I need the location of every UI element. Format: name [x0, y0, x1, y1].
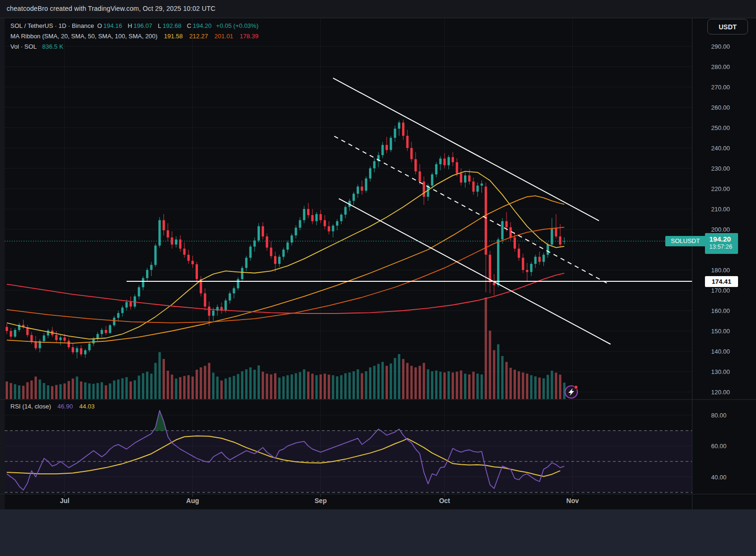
- month-tick-label-sep[interactable]: Sep: [315, 497, 327, 504]
- candle-body: [381, 145, 384, 156]
- volume-bar: [447, 371, 450, 399]
- currency-toggle-button[interactable]: USDT: [707, 19, 748, 35]
- volume-bar: [443, 373, 446, 399]
- last-price-axis-tag[interactable]: 194.20 13:57:26: [705, 233, 738, 254]
- candle-body: [43, 335, 45, 341]
- candle-body: [307, 209, 309, 215]
- volume-bar: [150, 374, 153, 399]
- volume-bar: [47, 385, 49, 399]
- volume-bar: [278, 378, 281, 399]
- price-tick-label: 270.00: [711, 84, 730, 91]
- volume-bar: [332, 375, 334, 399]
- volume-bar: [551, 371, 553, 399]
- candle-body: [431, 174, 433, 186]
- candle-body: [452, 157, 454, 162]
- volume-bar: [344, 373, 347, 399]
- level-axis-tag[interactable]: 174.41: [705, 276, 738, 287]
- candle-body: [390, 138, 392, 150]
- candle-body: [113, 318, 115, 325]
- volume-bar: [518, 371, 520, 399]
- open-value: 194.16: [103, 22, 122, 29]
- candle-body: [129, 302, 132, 306]
- candle-body: [414, 159, 417, 172]
- candle-body: [542, 255, 545, 262]
- close-value: 194.20: [193, 22, 212, 29]
- candle-body: [155, 245, 157, 265]
- candle-body: [460, 174, 462, 182]
- volume-bar: [233, 376, 235, 399]
- candle-body: [402, 122, 404, 136]
- last-price: 194.20: [709, 235, 738, 243]
- volume-bar: [196, 370, 198, 399]
- candle-body: [410, 148, 412, 159]
- volume-bar: [216, 376, 219, 399]
- volume-bar: [105, 385, 107, 399]
- rsi-tick-label: 40.00: [711, 474, 727, 481]
- volume-bar: [30, 381, 33, 399]
- rsi-tick-label: 80.00: [711, 412, 727, 419]
- price-tick-label: 170.00: [711, 287, 730, 294]
- ma-ribbon-label[interactable]: MA Ribbon (SMA, 20, SMA, 50, SMA, 100, S…: [10, 33, 157, 40]
- volume-bar: [121, 378, 124, 399]
- candle-body: [357, 187, 359, 194]
- month-tick-label-nov[interactable]: Nov: [567, 497, 579, 504]
- volume-bar: [43, 383, 45, 399]
- sma50-value: 212.27: [189, 33, 208, 40]
- rsi-legend-row[interactable]: RSI (14, close) 46.90 44.03: [10, 403, 96, 410]
- rsi-overbought-fill: [154, 410, 400, 431]
- volume-bar: [146, 372, 148, 399]
- candle-body: [117, 313, 120, 318]
- rsi-tick-label: 60.00: [711, 443, 727, 450]
- volume-bar: [167, 371, 169, 399]
- volume-value: 836.5 K: [42, 43, 63, 50]
- volume-bar: [72, 379, 74, 399]
- candle-body: [34, 341, 37, 348]
- month-tick-label-oct[interactable]: Oct: [439, 497, 450, 504]
- volume-bar: [365, 371, 367, 399]
- trendline-channel-upper: [333, 78, 599, 221]
- volume-bar: [402, 359, 404, 399]
- price-tick-label: 250.00: [711, 124, 730, 131]
- high-label: H: [128, 22, 132, 29]
- ma-ribbon-legend-row[interactable]: MA Ribbon (SMA, 20, SMA, 50, SMA, 100, S…: [10, 33, 260, 40]
- rsi-label[interactable]: RSI (14, close): [10, 403, 51, 410]
- candle-body: [286, 243, 289, 250]
- volume-bar: [439, 372, 442, 399]
- volume-bar: [60, 384, 62, 399]
- volume-bar: [452, 373, 454, 399]
- volume-bar: [522, 373, 524, 399]
- volume-bar: [113, 381, 115, 399]
- volume-bar: [485, 297, 487, 399]
- symbol-title[interactable]: SOL / TetherUS · 1D · Binance: [10, 22, 94, 29]
- candle-body: [278, 257, 281, 264]
- candle-body: [315, 214, 318, 221]
- volume-bar: [245, 369, 248, 399]
- candle-body: [274, 256, 276, 264]
- volume-bar: [406, 363, 409, 399]
- volume-legend-row[interactable]: Vol · SOL 836.5 K: [10, 43, 65, 50]
- flash-marker-icon: [565, 385, 578, 398]
- month-tick-label-aug[interactable]: Aug: [186, 497, 199, 504]
- sma20-value: 191.58: [164, 33, 183, 40]
- candle-body: [489, 255, 491, 282]
- price-tick-label: 150.00: [711, 328, 730, 335]
- volume-bar: [514, 370, 516, 399]
- price-tick-label: 130.00: [711, 368, 730, 375]
- candle-body: [303, 209, 305, 220]
- volume-bar: [373, 366, 376, 399]
- candle-body: [208, 306, 210, 315]
- volume-label[interactable]: Vol · SOL: [10, 43, 37, 50]
- symbol-price-line-tag[interactable]: SOLUSDT: [665, 236, 705, 246]
- volume-bar: [253, 370, 256, 399]
- volume-bar: [547, 375, 549, 399]
- month-tick-label-jul[interactable]: Jul: [60, 497, 69, 504]
- chart-plot-svg: [0, 0, 756, 556]
- volume-bar: [505, 362, 507, 399]
- candle-body: [105, 330, 107, 333]
- candle-body: [60, 338, 62, 340]
- symbol-legend-row[interactable]: SOL / TetherUS · 1D · Binance O194.16 H1…: [10, 22, 260, 29]
- volume-bar: [14, 384, 16, 399]
- volume-bar: [501, 356, 504, 399]
- candle-body: [559, 236, 561, 244]
- candle-body: [30, 335, 33, 342]
